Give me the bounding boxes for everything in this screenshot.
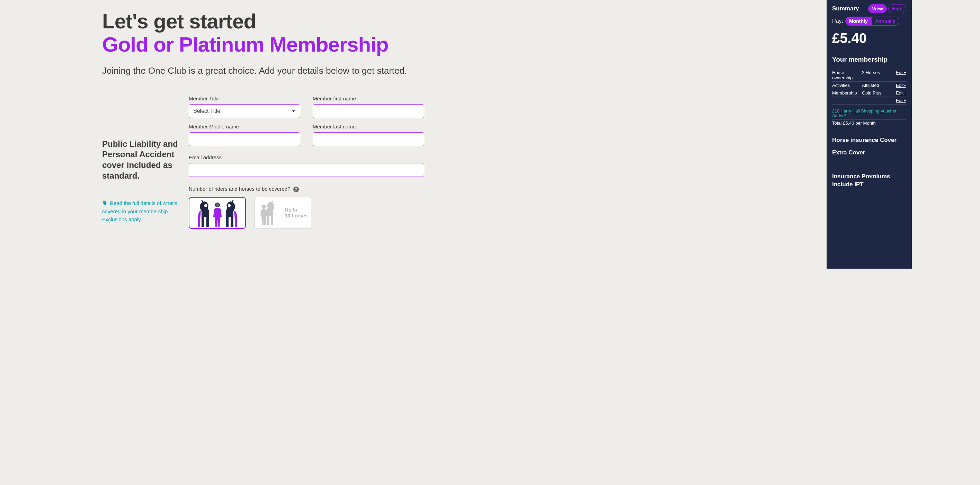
email-input[interactable] (189, 163, 424, 177)
first-name-label: Member first name (313, 95, 424, 102)
summary-view-toggle: View Hide (868, 4, 906, 13)
row-value: Affiliated (862, 83, 892, 88)
rider-horse-grey-icon (258, 200, 282, 225)
row-label (832, 98, 862, 103)
table-row: Membership Gold Plus Edit+ (832, 89, 906, 97)
full-details-link-text: Read the full details of what's covered … (102, 200, 177, 222)
last-name-input[interactable] (313, 132, 424, 146)
price-value: £5.40 (832, 30, 906, 46)
summary-sidebar: Summary View Hide Pay: Monthly Annually … (827, 0, 912, 269)
row-edit-link[interactable]: Edit+ (892, 98, 906, 103)
your-membership-heading: Your membership (832, 56, 906, 64)
table-row: Horse ownership 2 Horses Edit+ (832, 69, 906, 82)
email-label: Email address (189, 154, 424, 160)
cover-info-text: Public Liability and Personal Accident c… (102, 139, 180, 181)
voucher-link[interactable]: £10 Harry Hall Shopping Voucher Added* (832, 109, 906, 120)
help-icon[interactable]: ? (293, 187, 299, 192)
upto-line1: Up to (285, 207, 307, 213)
pay-monthly-button[interactable]: Monthly (845, 17, 872, 25)
pay-label: Pay: (832, 18, 843, 24)
summary-hide-button[interactable]: Hide (888, 4, 906, 13)
row-label: Membership (832, 91, 862, 95)
member-title-select[interactable]: Select Title (189, 104, 300, 118)
summary-heading: Summary (832, 5, 859, 12)
svg-point-3 (228, 204, 231, 207)
membership-table: Horse ownership 2 Horses Edit+ Activitie… (832, 69, 906, 105)
rider-option-upto-10[interactable]: Up to 10 horses (254, 197, 311, 229)
middle-name-label: Member Middle name (189, 124, 300, 129)
summary-view-button[interactable]: View (868, 4, 887, 13)
row-value: 2 Horses (862, 70, 892, 80)
ipt-note: Insurance Premiums include IPT (832, 173, 906, 189)
upto-line2: 10 horses (285, 213, 307, 218)
svg-point-5 (216, 203, 219, 207)
page-title-line2: Gold or Platinum Membership (102, 33, 424, 56)
member-title-label: Member Title (189, 95, 300, 102)
row-value: Gold Plus (862, 91, 892, 95)
document-icon (102, 200, 108, 206)
first-name-input[interactable] (313, 104, 424, 118)
rider-option-1[interactable] (189, 197, 246, 229)
full-details-link[interactable]: Read the full details of what's covered … (102, 199, 180, 223)
intro-text: Joining the One Club is a great choice. … (102, 65, 424, 76)
row-edit-link[interactable]: Edit+ (892, 91, 906, 95)
page-title-line1: Let's get started (102, 10, 424, 32)
svg-point-2 (204, 204, 207, 207)
last-name-label: Member last name (313, 124, 424, 129)
pay-toggle: Monthly Annually (845, 17, 899, 25)
table-row: Activities Affiliated Edit+ (832, 82, 906, 89)
row-label: Activities (832, 83, 862, 88)
row-edit-link[interactable]: Edit+ (892, 70, 906, 80)
pay-annually-button[interactable]: Annually (872, 17, 899, 25)
horse-insurance-heading: Horse insurance Cover (832, 137, 906, 144)
row-label: Horse ownership (832, 70, 862, 80)
svg-point-6 (262, 205, 266, 209)
middle-name-input[interactable] (189, 132, 300, 146)
row-value (862, 98, 892, 103)
extra-cover-heading: Extra Cover (832, 149, 906, 156)
total-text: Total £5.40 per Month (832, 121, 906, 127)
table-row: Edit+ (832, 97, 906, 105)
row-edit-link[interactable]: Edit+ (892, 83, 906, 88)
riders-label: Number of riders and horses to be covere… (189, 186, 424, 192)
svg-rect-1 (104, 202, 107, 205)
one-rider-two-horses-icon (193, 199, 242, 227)
